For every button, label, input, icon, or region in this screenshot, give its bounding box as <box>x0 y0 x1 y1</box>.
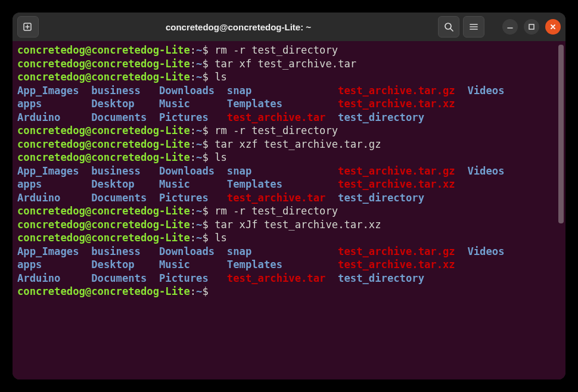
prompt-userhost: concretedog@concretedog-Lite <box>17 219 190 231</box>
ls-dir: test_directory <box>338 192 424 204</box>
terminal-line: apps Desktop Music Templates test_archiv… <box>17 258 561 272</box>
ls-dir: Music <box>159 178 227 190</box>
ls-archive: test_archive.tar.gz <box>338 85 467 97</box>
ls-dir: Arduino <box>17 111 91 123</box>
terminal-line: Arduino Documents Pictures test_archive.… <box>17 111 561 125</box>
prompt-path: ~ <box>196 44 202 56</box>
ls-dir: snap <box>227 165 338 177</box>
terminal-line: apps Desktop Music Templates test_archiv… <box>17 178 561 191</box>
ls-archive: test_archive.tar <box>227 192 338 204</box>
terminal-line: concretedog@concretedog-Lite:~$ tar xJf … <box>17 218 561 232</box>
terminal-line: Arduino Documents Pictures test_archive.… <box>17 191 561 205</box>
ls-dir: business <box>91 245 159 257</box>
terminal-line: concretedog@concretedog-Lite:~$ <box>17 285 561 298</box>
terminal-window: concretedog@concretedog-Lite: ~ concrete… <box>13 13 565 379</box>
ls-archive: test_archive.tar <box>227 111 338 123</box>
prompt-path: ~ <box>196 125 202 136</box>
ls-dir: Documents <box>91 192 159 204</box>
command-text: rm -r test_directory <box>215 125 338 136</box>
ls-dir: apps <box>17 178 91 190</box>
terminal-line: Arduino Documents Pictures test_archive.… <box>17 272 561 285</box>
ls-dir: Music <box>159 98 227 110</box>
command-text: ls <box>215 71 227 83</box>
ls-dir: Downloads <box>159 165 227 177</box>
svg-rect-2 <box>529 24 534 29</box>
ls-dir: Templates <box>227 98 338 110</box>
ls-dir: Downloads <box>159 245 227 257</box>
terminal-line: concretedog@concretedog-Lite:~$ ls <box>17 70 561 84</box>
ls-dir: Videos <box>467 85 504 97</box>
scrollbar[interactable] <box>558 45 564 223</box>
prompt-userhost: concretedog@concretedog-Lite <box>17 285 190 297</box>
window-controls <box>496 19 561 35</box>
ls-dir: App_Images <box>17 245 91 257</box>
ls-dir: Desktop <box>91 178 159 190</box>
ls-dir: Pictures <box>159 111 227 123</box>
terminal-content: concretedog@concretedog-Lite:~$ rm -r te… <box>17 43 561 298</box>
prompt-userhost: concretedog@concretedog-Lite <box>17 232 190 244</box>
terminal-body[interactable]: concretedog@concretedog-Lite:~$ rm -r te… <box>13 41 565 379</box>
menu-button[interactable] <box>463 16 484 38</box>
ls-archive: test_archive.tar.xz <box>338 98 455 110</box>
ls-dir: apps <box>17 259 91 270</box>
terminal-line: App_Images business Downloads snap test_… <box>17 84 561 98</box>
ls-dir: Pictures <box>159 272 227 284</box>
prompt-path: ~ <box>196 285 202 297</box>
ls-archive: test_archive.tar.gz <box>338 165 467 177</box>
terminal-line: concretedog@concretedog-Lite:~$ rm -r te… <box>17 43 561 57</box>
command-text: tar xf test_archive.tar <box>215 58 356 70</box>
terminal-line: concretedog@concretedog-Lite:~$ tar xf t… <box>17 57 561 71</box>
maximize-button[interactable] <box>524 19 539 35</box>
ls-dir: Music <box>159 259 227 270</box>
ls-dir: Templates <box>227 178 338 190</box>
prompt-path: ~ <box>196 219 202 231</box>
command-text: ls <box>215 232 227 244</box>
terminal-line: concretedog@concretedog-Lite:~$ rm -r te… <box>17 124 561 138</box>
close-button[interactable] <box>545 19 561 35</box>
ls-dir: Pictures <box>159 192 227 204</box>
prompt-path: ~ <box>196 71 202 83</box>
window-title: concretedog@concretedog-Lite: ~ <box>166 22 311 32</box>
terminal-line: App_Images business Downloads snap test_… <box>17 245 561 259</box>
prompt-userhost: concretedog@concretedog-Lite <box>17 71 190 83</box>
command-text: tar xzf test_archive.tar.gz <box>215 138 381 150</box>
ls-dir: test_directory <box>338 272 424 284</box>
ls-dir: Arduino <box>17 272 91 284</box>
prompt-userhost: concretedog@concretedog-Lite <box>17 125 190 136</box>
prompt-path: ~ <box>196 232 202 244</box>
terminal-line: concretedog@concretedog-Lite:~$ tar xzf … <box>17 138 561 151</box>
ls-dir: Downloads <box>159 85 227 97</box>
ls-archive: test_archive.tar.xz <box>338 259 455 270</box>
ls-dir: Desktop <box>91 259 159 270</box>
search-button[interactable] <box>438 16 459 38</box>
ls-dir: Videos <box>467 165 504 177</box>
terminal-line: App_Images business Downloads snap test_… <box>17 164 561 178</box>
ls-dir: apps <box>17 98 91 110</box>
ls-dir: Documents <box>91 111 159 123</box>
minimize-button[interactable] <box>502 19 518 35</box>
new-tab-button[interactable] <box>17 16 39 38</box>
prompt-userhost: concretedog@concretedog-Lite <box>17 138 190 150</box>
prompt-userhost: concretedog@concretedog-Lite <box>17 151 190 163</box>
ls-dir: Desktop <box>91 98 159 110</box>
prompt-userhost: concretedog@concretedog-Lite <box>17 58 190 70</box>
prompt-path: ~ <box>196 58 202 70</box>
prompt-userhost: concretedog@concretedog-Lite <box>17 44 190 56</box>
terminal-line: concretedog@concretedog-Lite:~$ ls <box>17 151 561 164</box>
ls-dir: test_directory <box>338 111 424 123</box>
prompt-path: ~ <box>196 205 202 217</box>
ls-dir: Arduino <box>17 192 91 204</box>
ls-archive: test_archive.tar <box>227 272 338 284</box>
ls-dir: App_Images <box>17 165 91 177</box>
terminal-line: concretedog@concretedog-Lite:~$ rm -r te… <box>17 204 561 218</box>
ls-dir: business <box>91 85 159 97</box>
prompt-userhost: concretedog@concretedog-Lite <box>17 205 190 217</box>
command-text: rm -r test_directory <box>215 205 338 217</box>
terminal-line: apps Desktop Music Templates test_archiv… <box>17 97 561 111</box>
command-text: rm -r test_directory <box>215 44 338 56</box>
ls-dir: snap <box>227 245 338 257</box>
ls-archive: test_archive.tar.gz <box>338 245 467 257</box>
command-text: ls <box>215 151 227 163</box>
prompt-path: ~ <box>196 151 202 163</box>
ls-dir: business <box>91 165 159 177</box>
